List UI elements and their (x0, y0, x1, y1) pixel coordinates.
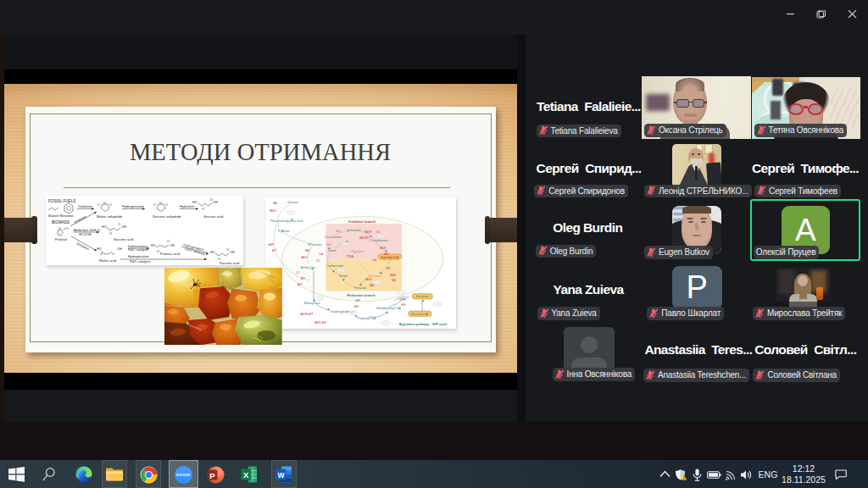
svg-text:P: P (209, 471, 215, 480)
svg-text:O: O (118, 223, 120, 226)
svg-text:ATP: ATP (301, 277, 305, 280)
svg-text:NADH: NADH (365, 278, 371, 281)
svg-text:Succinate: Succinate (416, 295, 429, 298)
svg-text:O: O (167, 240, 170, 243)
svg-text:NAD(P): NAD(P) (364, 230, 372, 234)
svg-text:O: O (109, 203, 112, 207)
svg-text:HO: HO (97, 247, 102, 251)
svg-text:OH: OH (121, 225, 126, 229)
svg-text:TCA: TCA (347, 254, 353, 258)
svg-text:AMP: AMP (269, 243, 274, 247)
svg-text:Malate: Malate (339, 274, 348, 278)
svg-text:- HCOOH: - HCOOH (77, 233, 92, 236)
svg-text:Maleic acid: Maleic acid (99, 258, 116, 263)
svg-text:Succinyl-CoA: Succinyl-CoA (381, 256, 399, 259)
svg-text:Pd/C catalysts: Pd/C catalysts (130, 260, 150, 263)
svg-text:Byproduct pathway - 3HP cycle: Byproduct pathway - 3HP cycle (399, 323, 447, 326)
svg-text:ADP: ADP (298, 283, 303, 286)
svg-text:Propionyl-CoA: Propionyl-CoA (358, 317, 376, 320)
svg-text:HO: HO (192, 201, 198, 204)
svg-text:W: W (277, 471, 285, 480)
svg-text:H₂O: H₂O (327, 243, 331, 247)
svg-text:CO₂: CO₂ (316, 259, 320, 263)
svg-text:HO: HO (151, 244, 156, 247)
svg-text:O: O (202, 208, 204, 211)
svg-text:NADPH+ATP: NADPH+ATP (300, 313, 314, 316)
svg-text:OH: OH (230, 251, 235, 254)
svg-text:Glyoxylate: Glyoxylate (351, 250, 364, 253)
svg-text:NADH: NADH (270, 209, 275, 213)
svg-text:ADP: ADP (354, 305, 359, 308)
svg-text:Butane Benzene: Butane Benzene (48, 214, 74, 218)
svg-text:ATP: ATP (356, 299, 360, 302)
svg-text:Oxidative branch: Oxidative branch (348, 219, 376, 224)
svg-text:CO₂: CO₂ (376, 230, 381, 234)
svg-text:O: O (226, 248, 229, 252)
svg-text:ATP: ATP (387, 267, 391, 270)
svg-text:Hydrogenation: Hydrogenation (128, 255, 149, 258)
svg-text:O: O (153, 203, 156, 207)
svg-text:CoA: CoA (319, 252, 323, 256)
svg-text:Furfural: Furfural (55, 237, 67, 241)
svg-text:O: O (103, 202, 106, 205)
svg-text:Oxidation: Oxidation (76, 241, 90, 251)
svg-text:Malonyl-Coa: Malonyl-Coa (304, 302, 320, 305)
svg-text:O: O (109, 232, 112, 236)
svg-text:Succinic acid: Succinic acid (220, 261, 239, 265)
svg-text:Succinic anhydride: Succinic anhydride (153, 214, 181, 219)
svg-text:O: O (97, 203, 100, 207)
svg-text:Isocitrate: Isocitrate (349, 229, 361, 232)
svg-text:Succinate: Succinate (369, 274, 381, 278)
svg-text:NAD: NAD (384, 252, 389, 256)
svg-text:Maleic anhydride: Maleic anhydride (97, 214, 123, 219)
svg-text:Pyruvate: Pyruvate (278, 230, 289, 233)
svg-text:Succinyl-CoA: Succinyl-CoA (411, 313, 428, 316)
svg-text:NAD(P)H: NAD(P)H (359, 236, 369, 240)
svg-text:Isomerization: Isomerization (128, 245, 147, 248)
svg-text:Hydrogenation: Hydrogenation (122, 204, 144, 208)
svg-text:GTP: GTP (399, 298, 404, 302)
svg-text:Oxaloacetate: Oxaloacetate (326, 264, 343, 268)
svg-text:O: O (157, 250, 159, 253)
svg-text:FADH₂: FADH₂ (390, 274, 397, 277)
svg-text:O: O (58, 227, 61, 230)
svg-text:FOSSIL FUELS: FOSSIL FUELS (48, 199, 75, 203)
svg-text:NADH: NADH (301, 256, 307, 259)
svg-text:2-Oxoglutarate: 2-Oxoglutarate (369, 239, 388, 242)
svg-text:X: X (243, 470, 249, 480)
svg-text:Reductive branch: Reductive branch (347, 293, 376, 297)
svg-text:O: O (100, 252, 103, 256)
svg-text:NADP+ADP: NADP+ADP (314, 321, 326, 324)
svg-text:Methylmalonyl-CoA: Methylmalonyl-CoA (376, 307, 401, 310)
svg-text:Glucose: Glucose (287, 201, 298, 204)
svg-text:O: O (165, 203, 168, 207)
svg-text:Citrate: Citrate (328, 249, 337, 252)
svg-text:OH: OH (170, 244, 175, 247)
svg-text:BIOMASS: BIOMASS (52, 220, 70, 225)
svg-text:Oxidation: Oxidation (74, 215, 87, 225)
svg-text:OH: OH (117, 247, 122, 251)
svg-text:OH: OH (213, 201, 218, 204)
svg-text:NAD: NAD (370, 284, 375, 287)
svg-text:HO: HO (210, 251, 215, 254)
svg-text:HO: HO (102, 225, 107, 229)
svg-text:O: O (112, 252, 114, 256)
svg-text:Cis-aconitate: Cis-aconitate (325, 236, 342, 239)
svg-text:Pd/C catalysts: Pd/C catalysts (128, 248, 148, 252)
svg-text:NAD: NAD (273, 202, 278, 205)
svg-text:GDP: GDP (401, 303, 406, 307)
svg-text:O: O (159, 202, 162, 205)
svg-text:Fumarate: Fumarate (354, 286, 367, 290)
svg-text:Fumaric acid: Fumaric acid (160, 252, 180, 256)
svg-text:Pyruvate: Pyruvate (310, 243, 321, 247)
svg-text:FAD: FAD (392, 279, 396, 282)
svg-text:Succinic acid: Succinic acid (203, 214, 223, 219)
svg-text:CoA: CoA (372, 258, 376, 262)
svg-text:Phosphoenolpyruvic acid: Phosphoenolpyruvic acid (270, 219, 303, 223)
svg-text:Amberlyst-15/H₂O₂: Amberlyst-15/H₂O₂ (74, 229, 102, 232)
svg-text:Oxidation: Oxidation (78, 204, 92, 208)
svg-text:CO₂: CO₂ (296, 271, 300, 274)
svg-text:O: O (210, 198, 213, 202)
svg-text:Succinic acid: Succinic acid (114, 237, 133, 241)
svg-text:Hydration: Hydration (180, 204, 194, 208)
